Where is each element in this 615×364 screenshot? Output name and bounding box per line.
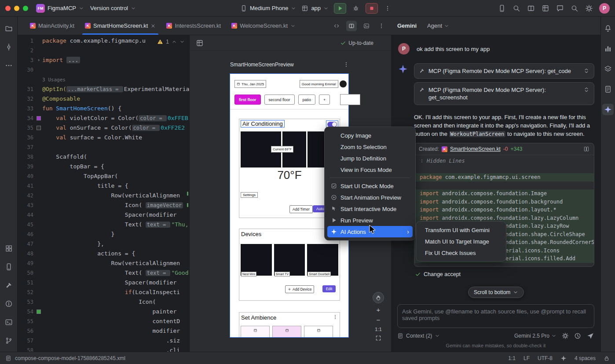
edit-button[interactable]: Edit (322, 285, 336, 292)
devices-card[interactable]: Devices Nest MiniSmart TVSmart Doorbell … (239, 229, 340, 301)
tab-smarthomescreen-kt[interactable]: KSmartHomeScreen.kt (80, 17, 161, 35)
prev-issue-icon[interactable] (172, 39, 177, 44)
date-chip[interactable]: Thu, Jan 2025 (234, 80, 266, 88)
profile-avatar[interactable]: P (599, 3, 610, 14)
gemini-icon[interactable] (602, 104, 614, 115)
structure-icon[interactable] (3, 243, 15, 254)
menu-item-view-in-focus-mode[interactable]: View in Focus Mode (327, 164, 413, 175)
device-card-smart-doorbell[interactable]: Smart Doorbell (307, 244, 338, 276)
menu-item-run-preview[interactable]: Run Preview (327, 215, 413, 226)
settings-icon[interactable] (585, 4, 593, 12)
debug-button[interactable] (350, 3, 362, 14)
floor-tab-patio[interactable]: patio (298, 95, 316, 105)
device-selector[interactable]: Medium Phone (240, 5, 296, 12)
lock-icon[interactable] (604, 355, 610, 361)
caret-position[interactable]: 1:1 (508, 355, 516, 361)
line-ending[interactable]: LF (523, 355, 530, 361)
minimize-window-button[interactable] (14, 6, 19, 11)
code-view-button[interactable] (331, 21, 342, 31)
zoom-ratio-button[interactable]: 1:1 (375, 327, 382, 332)
pan-tool-button[interactable] (373, 292, 384, 303)
commit-icon[interactable] (3, 41, 15, 53)
tab-gemini[interactable]: Gemini (397, 22, 417, 29)
submenu-item-match-ui-to-target-image[interactable]: Match UI to Target Image (419, 236, 503, 247)
submenu-item-fix-ui-check-issues[interactable]: Fix UI Check Issues (419, 247, 503, 258)
split-view-button[interactable] (346, 21, 357, 31)
close-window-button[interactable] (5, 6, 11, 11)
vcs-widget[interactable]: Version control (90, 5, 136, 11)
ambience-card[interactable] (272, 326, 301, 338)
floor-tab-second-floor[interactable]: second floor (264, 95, 295, 105)
notifications-icon[interactable] (602, 23, 614, 34)
menu-item-start-animation-preview[interactable]: Start Animation Preview (327, 192, 413, 203)
version-control-icon[interactable] (3, 335, 15, 346)
preview-menu-icon[interactable] (343, 62, 349, 68)
prompt-input[interactable] (397, 304, 594, 328)
chat-history[interactable]: P ok add this screen to my app MCP (Figm… (391, 35, 600, 302)
mcp-tool-card[interactable]: MCP (Figma Remote Dev Mode MCP Server): … (414, 82, 594, 105)
chevron-down-icon[interactable] (290, 23, 296, 29)
ambience-menu-icon[interactable] (333, 314, 338, 320)
device-explorer-icon[interactable] (3, 261, 15, 273)
mcp-tool-card[interactable]: MCP (Figma Remote Dev Mode MCP Server): … (414, 63, 594, 79)
settings-label[interactable]: Settings (241, 192, 258, 198)
hidden-lines-row[interactable]: Hidden Lines (414, 157, 594, 165)
notes-icon[interactable] (602, 84, 614, 95)
ambience-card[interactable] (241, 326, 270, 338)
run-button[interactable] (334, 3, 346, 14)
zoom-out-button[interactable]: − (377, 317, 381, 324)
indent-setting[interactable]: 4 spaces (575, 355, 596, 361)
more-button[interactable] (381, 3, 394, 14)
zoom-window-button[interactable] (23, 6, 28, 11)
project-icon[interactable] (3, 23, 15, 34)
split-view-icon[interactable] (527, 4, 535, 12)
expand-icon[interactable] (583, 87, 589, 93)
inspections-widget[interactable]: 1 (157, 39, 185, 45)
hierarchy-icon[interactable] (602, 63, 614, 75)
ambience-card[interactable] (304, 326, 333, 338)
device-card-nest-mini[interactable]: Nest Mini (241, 244, 272, 276)
run-config-selector[interactable]: app (301, 5, 329, 12)
menu-item-copy-image[interactable]: Copy Image (327, 130, 413, 141)
project-widget[interactable]: FM FigmaMCP (36, 4, 84, 13)
created-file-link[interactable]: SmartHomeScreen.kt (450, 146, 501, 152)
menu-item-zoom-to-selection[interactable]: Zoom to Selection (327, 141, 413, 153)
tab-welcomescreen-kt[interactable]: KWelcomeScreen.kt (226, 17, 301, 35)
open-diff-icon[interactable] (583, 146, 589, 152)
submenu-item-transform-ui-with-gemini[interactable]: Transform UI with Gemini (419, 224, 503, 236)
search-everywhere-icon[interactable] (571, 4, 578, 12)
device-card-smart-tv[interactable]: Smart TV (274, 244, 305, 276)
file-encoding[interactable]: UTF-8 (538, 355, 553, 361)
scroll-to-bottom-button[interactable]: Scroll to bottom (468, 287, 524, 298)
menu-item-start-ui-check-mode[interactable]: Start UI Check Mode (327, 180, 413, 192)
context-selector[interactable]: Context (2) (397, 333, 440, 339)
floor-tab-[interactable]: + (319, 95, 330, 105)
terminal-icon[interactable] (3, 317, 15, 328)
expand-icon[interactable] (583, 68, 589, 74)
tab-interestsscreen-kt[interactable]: KInterestsScreen.kt (161, 17, 226, 35)
zoom-to-fit-button[interactable] (375, 335, 381, 341)
menu-item-start-interactive-mode[interactable]: Start Interactive Mode (327, 203, 413, 215)
zoom-in-button[interactable]: + (377, 306, 381, 313)
tab-mainactivity-kt[interactable]: KMainActivity.kt (25, 17, 80, 35)
history-icon[interactable] (574, 332, 581, 339)
running-devices-icon[interactable] (512, 4, 520, 12)
floor-tab-first-floor[interactable]: first floor (234, 95, 261, 105)
next-issue-icon[interactable] (179, 39, 185, 44)
tab-agent[interactable]: Agent (427, 22, 449, 29)
add-device-button[interactable]: Add Device (285, 285, 314, 293)
gemini-settings-icon[interactable] (562, 332, 569, 339)
more-button[interactable] (376, 21, 387, 31)
preview-grid-icon[interactable] (196, 39, 204, 47)
send-button[interactable] (586, 332, 594, 340)
design-view-button[interactable] (361, 21, 372, 31)
comments-icon[interactable] (556, 4, 564, 12)
build-icon[interactable] (3, 280, 15, 291)
device-manager-icon[interactable] (498, 4, 506, 12)
statusbar-filename[interactable]: compose-compose-model-1758866285245.xml (15, 355, 125, 361)
resource-manager-icon[interactable] (542, 4, 549, 12)
more-icon[interactable] (3, 60, 15, 71)
profiler-icon[interactable] (602, 43, 614, 55)
greeting-label[interactable]: Good morning Emma! (300, 80, 338, 88)
menu-item-jump-to-definition[interactable]: Jump to Definition (327, 153, 413, 164)
